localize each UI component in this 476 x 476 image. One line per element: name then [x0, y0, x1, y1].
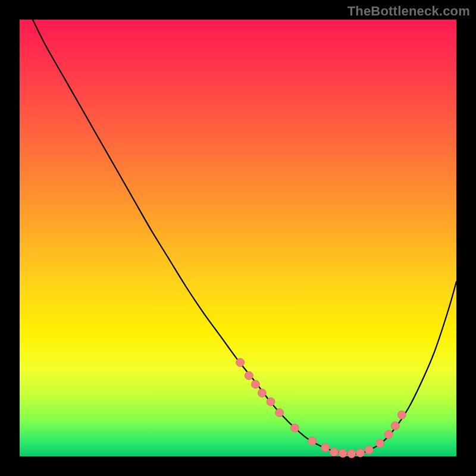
sample-marker	[321, 443, 330, 452]
sample-marker	[290, 424, 299, 432]
sample-markers	[236, 358, 406, 458]
sample-marker	[275, 409, 284, 417]
chart-svg	[20, 20, 456, 456]
sample-marker	[339, 449, 347, 458]
sample-marker	[267, 397, 275, 406]
sample-marker	[347, 450, 356, 458]
bottleneck-curve	[33, 20, 456, 454]
sample-marker	[236, 358, 245, 367]
sample-marker	[258, 389, 266, 397]
sample-marker	[365, 446, 373, 454]
sample-marker	[384, 430, 393, 439]
sample-marker	[391, 422, 399, 430]
sample-marker	[245, 371, 253, 380]
sample-marker	[330, 448, 338, 456]
sample-marker	[376, 439, 384, 447]
chart-stage: TheBottleneck.com	[0, 0, 476, 476]
sample-marker	[308, 437, 317, 445]
watermark-label: TheBottleneck.com	[347, 4, 470, 19]
sample-marker	[251, 380, 259, 389]
sample-marker	[397, 411, 406, 419]
sample-marker	[356, 449, 365, 457]
plot-gradient-area	[20, 20, 456, 456]
